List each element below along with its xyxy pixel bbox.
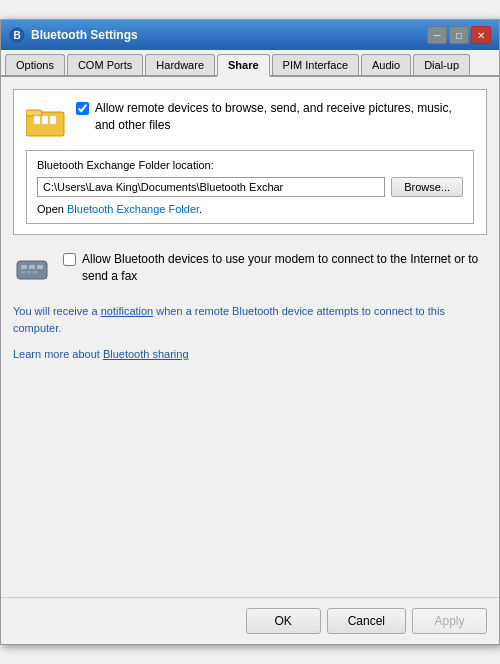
allow-modem-checkbox-row: Allow Bluetooth devices to use your mode… <box>63 251 487 285</box>
tab-share[interactable]: Share <box>217 54 270 77</box>
allow-remote-checkbox[interactable] <box>76 102 89 115</box>
apply-button[interactable]: Apply <box>412 608 487 634</box>
file-sharing-row: Allow remote devices to browse, send, an… <box>26 100 474 138</box>
tab-pim-interface[interactable]: PIM Interface <box>272 54 359 75</box>
svg-text:B: B <box>13 30 20 41</box>
bottom-bar: OK Cancel Apply <box>1 597 499 644</box>
svg-rect-7 <box>17 261 47 279</box>
open-link-prefix: Open <box>37 203 64 215</box>
tab-bar: Options COM Ports Hardware Share PIM Int… <box>1 50 499 77</box>
tab-options[interactable]: Options <box>5 54 65 75</box>
svg-rect-9 <box>29 265 35 269</box>
open-folder-link[interactable]: Bluetooth Exchange Folder <box>67 203 199 215</box>
notification-text1: You will receive a <box>13 305 101 317</box>
open-link-suffix: . <box>199 203 202 215</box>
file-sharing-section: Allow remote devices to browse, send, an… <box>13 89 487 235</box>
allow-remote-label: Allow remote devices to browse, send, an… <box>95 100 474 134</box>
svg-rect-6 <box>50 116 56 124</box>
allow-remote-checkbox-row: Allow remote devices to browse, send, an… <box>76 100 474 134</box>
svg-rect-11 <box>21 271 25 273</box>
title-bar: B Bluetooth Settings ─ □ ✕ <box>1 20 499 50</box>
svg-rect-8 <box>21 265 27 269</box>
tab-audio[interactable]: Audio <box>361 54 411 75</box>
folder-path-input[interactable] <box>37 177 385 197</box>
open-link-row: Open Bluetooth Exchange Folder. <box>37 203 463 215</box>
tab-com-ports[interactable]: COM Ports <box>67 54 143 75</box>
ok-button[interactable]: OK <box>246 608 321 634</box>
bluetooth-settings-window: B Bluetooth Settings ─ □ ✕ Options COM P… <box>0 19 500 645</box>
bluetooth-sharing-link[interactable]: Bluetooth sharing <box>103 348 189 360</box>
modem-section: Allow Bluetooth devices to use your mode… <box>13 251 487 287</box>
notification-text: You will receive a notification when a r… <box>13 303 487 336</box>
bluetooth-icon: B <box>9 27 25 43</box>
maximize-button[interactable]: □ <box>449 26 469 44</box>
title-bar-left: B Bluetooth Settings <box>9 27 138 43</box>
browse-button[interactable]: Browse... <box>391 177 463 197</box>
tab-content: Allow remote devices to browse, send, an… <box>1 77 499 597</box>
notification-link[interactable]: notification <box>101 305 154 317</box>
modem-icon <box>13 251 53 287</box>
svg-rect-4 <box>34 116 40 124</box>
tab-hardware[interactable]: Hardware <box>145 54 215 75</box>
minimize-button[interactable]: ─ <box>427 26 447 44</box>
window-title: Bluetooth Settings <box>31 28 138 42</box>
allow-modem-label: Allow Bluetooth devices to use your mode… <box>82 251 487 285</box>
folder-group-label: Bluetooth Exchange Folder location: <box>37 159 463 171</box>
path-row: Browse... <box>37 177 463 197</box>
svg-rect-10 <box>37 265 43 269</box>
title-bar-buttons: ─ □ ✕ <box>427 26 491 44</box>
allow-modem-checkbox[interactable] <box>63 253 76 266</box>
svg-rect-3 <box>26 110 42 116</box>
learn-more-prefix: Learn more about <box>13 348 103 360</box>
svg-rect-12 <box>27 271 31 273</box>
tab-dial-up[interactable]: Dial-up <box>413 54 470 75</box>
cancel-button[interactable]: Cancel <box>327 608 406 634</box>
folder-location-group: Bluetooth Exchange Folder location: Brow… <box>26 150 474 224</box>
close-button[interactable]: ✕ <box>471 26 491 44</box>
svg-rect-5 <box>42 116 48 124</box>
folder-icon <box>26 102 66 138</box>
learn-more-text: Learn more about Bluetooth sharing <box>13 348 487 360</box>
svg-rect-13 <box>33 271 37 273</box>
